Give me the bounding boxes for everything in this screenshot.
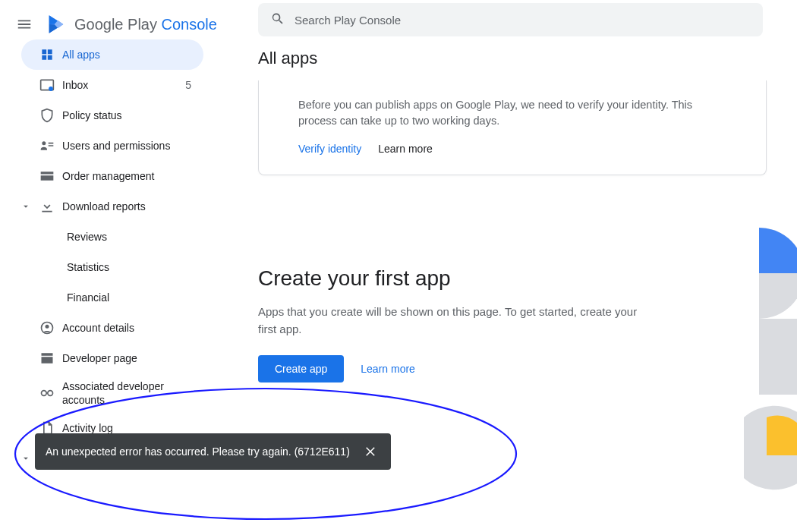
identity-card: Before you can publish apps on Google Pl…: [258, 80, 767, 175]
error-toast: An unexpected error has occurred. Please…: [35, 433, 391, 470]
sidebar-item-download-reports[interactable]: Download reports: [21, 191, 203, 222]
brand-title: Google Play Console: [74, 16, 217, 33]
sidebar-subitem-statistics[interactable]: Statistics: [0, 252, 213, 282]
link-icon: [38, 384, 56, 402]
sidebar-item-inbox[interactable]: Inbox 5: [21, 70, 203, 100]
sidebar-item-developer-page[interactable]: Developer page: [21, 343, 203, 373]
download-icon: [38, 197, 56, 216]
sidebar-item-label: Activity log: [62, 422, 113, 434]
menu-icon[interactable]: [6, 6, 43, 42]
sidebar-item-label: Inbox: [62, 79, 88, 91]
sidebar-item-users-permissions[interactable]: Users and permissions: [21, 131, 203, 161]
chevron-down-icon[interactable]: [18, 451, 33, 466]
sidebar-item-label: Associated developer accounts: [62, 379, 184, 407]
sidebar-item-label: Download reports: [62, 200, 146, 212]
sidebar-item-label: Developer page: [62, 352, 137, 364]
close-icon[interactable]: [362, 442, 380, 461]
svg-point-1: [42, 141, 46, 145]
empty-state-heading: Create your first app: [258, 266, 767, 291]
create-app-button[interactable]: Create app: [258, 355, 344, 382]
webpage-icon: [38, 349, 56, 367]
verify-identity-link[interactable]: Verify identity: [298, 143, 361, 155]
topbar: Google Play Console: [0, 0, 797, 49]
sidebar-item-label: Reviews: [67, 231, 107, 243]
svg-point-4: [42, 391, 47, 396]
learn-more-link[interactable]: Learn more: [361, 363, 415, 375]
identity-card-actions: Verify identity Learn more: [298, 143, 726, 155]
sidebar-item-policy-status[interactable]: Policy status: [21, 100, 203, 131]
sidebar-subitem-reviews[interactable]: Reviews: [0, 222, 213, 252]
sidebar-item-label: Users and permissions: [62, 140, 170, 152]
shield-icon: [38, 106, 56, 124]
sidebar-item-associated-developer[interactable]: Associated developer accounts: [21, 373, 203, 413]
empty-state-body: Apps that you create will be shown on th…: [258, 303, 653, 338]
svg-point-0: [49, 87, 53, 91]
sidebar-item-badge: 5: [185, 79, 191, 91]
brand[interactable]: Google Play Console: [46, 14, 217, 35]
inbox-icon: [38, 76, 56, 94]
sidebar-item-label: Order management: [62, 170, 154, 182]
svg-point-3: [46, 325, 49, 329]
identity-card-body: Before you can publish apps on Google Pl…: [298, 97, 726, 129]
sidebar-item-label: Account details: [62, 322, 134, 334]
sidebar-item-label: All apps: [62, 49, 100, 61]
page-title: All apps: [258, 49, 767, 68]
chevron-down-icon[interactable]: [18, 199, 33, 214]
sidebar-item-label: Policy status: [62, 109, 122, 121]
sidebar-item-order-management[interactable]: Order management: [21, 161, 203, 191]
sidebar-item-label: Statistics: [67, 261, 109, 273]
empty-state-actions: Create app Learn more: [258, 355, 767, 382]
play-logo-icon: [46, 14, 67, 35]
people-list-icon: [38, 137, 56, 155]
account-icon: [38, 319, 56, 337]
sidebar-item-label: Financial: [67, 291, 109, 304]
sidebar-item-account-details[interactable]: Account details: [21, 313, 203, 343]
card-icon: [38, 167, 56, 185]
error-toast-text: An unexpected error has occurred. Please…: [46, 445, 350, 458]
svg-point-5: [48, 391, 53, 396]
empty-state: Create your first app Apps that you crea…: [258, 266, 767, 382]
sidebar-subitem-financial[interactable]: Financial: [0, 282, 213, 313]
learn-more-link[interactable]: Learn more: [378, 143, 433, 155]
